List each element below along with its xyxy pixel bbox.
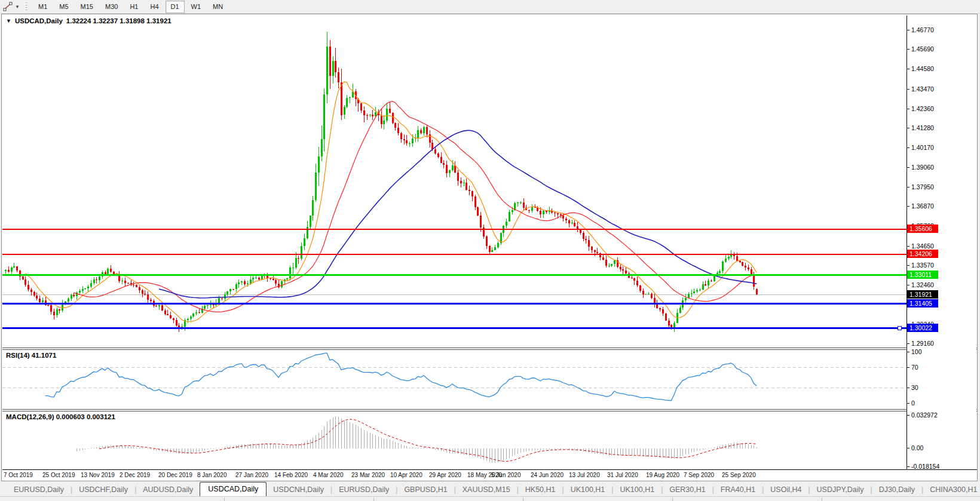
price-tick-label: 1.46770 (911, 27, 934, 33)
time-axis-label: 14 Feb 2020 (274, 472, 308, 478)
tab-usoil-h4[interactable]: USOil,H4 (764, 484, 808, 496)
timeframe-button-mn[interactable]: MN (207, 1, 228, 13)
rsi-indicator-pane[interactable]: RSI(14) 41.1071 (2, 350, 906, 409)
price-tick-label: 1.43470 (911, 86, 934, 92)
chart-window: ▼ USDCAD,Daily 1.32224 1.32237 1.31898 1… (1, 14, 978, 481)
chart-ohlc-quote: 1.32224 1.32237 1.31898 1.31921 (66, 17, 172, 24)
price-tickmark (907, 49, 909, 50)
status-bar (0, 496, 980, 501)
rsi-tickmark (907, 403, 909, 404)
tab-china300-h1[interactable]: CHINA300,H1 (923, 484, 980, 496)
line-studies-icon[interactable] (2, 1, 14, 12)
status-cell-divider (822, 497, 822, 501)
price-tickmark (907, 246, 909, 247)
macd-tickmark (907, 466, 909, 467)
price-tickmark (907, 343, 909, 344)
macd-indicator-pane[interactable]: MACD(12,26,9) 0.000603 0.003121 (2, 411, 906, 469)
price-tick-label: 1.44580 (911, 66, 934, 72)
rsi-tick-label: 100 (911, 349, 922, 355)
timeframe-button-m30[interactable]: M30 (100, 1, 123, 13)
tab-usdcad-daily[interactable]: USDCAD,Daily (200, 482, 267, 496)
time-axis-label: 19 Aug 2020 (646, 472, 679, 478)
chart-tab-bar: EURUSD,Daily|USDCHF,Daily|AUDUSD,DailyUS… (0, 481, 980, 496)
price-tickmark (907, 206, 909, 207)
chart-symbol-title: USDCAD,Daily (15, 17, 63, 24)
timeframe-button-m15[interactable]: M15 (75, 1, 99, 13)
tab-fra40-h1[interactable]: FRA40,H1 (714, 484, 762, 496)
tab-xauusd-m15[interactable]: XAUUSD,M15 (456, 484, 517, 496)
price-tick-label: 1.29160 (911, 340, 934, 346)
price-tickmark (907, 109, 909, 109)
macd-tick-label: -0.018154 (911, 463, 939, 469)
macd-tick-label: 0.00 (911, 445, 923, 451)
tab-usdchf-daily[interactable]: USDCHF,Daily (72, 484, 134, 496)
price-tick-label: 1.36870 (911, 203, 934, 209)
time-axis-label: 25 Oct 2019 (42, 472, 75, 478)
timeframe-button-m5[interactable]: M5 (54, 1, 74, 13)
macd-canvas[interactable] (2, 411, 906, 469)
status-cell-divider (224, 497, 225, 501)
tab-uk100-h1[interactable]: UK100,H1 (613, 484, 661, 496)
price-tickmark (907, 69, 909, 69)
tab-usdjpy-daily[interactable]: USDJPY,Daily (810, 484, 871, 496)
price-tickmark (907, 89, 909, 90)
rsi-tickmark (907, 352, 909, 352)
timeframe-button-group: M1M5M15M30H1H4D1W1MN (32, 1, 229, 13)
plot-bottom-border (2, 469, 977, 470)
rsi-canvas[interactable] (2, 350, 906, 409)
tab-ger30-h1[interactable]: GER30,H1 (663, 484, 712, 496)
timeframe-button-d1[interactable]: D1 (166, 1, 185, 13)
price-axis[interactable]: 1.467701.456901.445801.434701.423601.412… (906, 16, 976, 469)
chart-title-row: ▼ USDCAD,Daily 1.32224 1.32237 1.31898 1… (6, 17, 172, 24)
rsi-tickmark (907, 367, 909, 368)
tab-eurusd-daily[interactable]: EURUSD,Daily (7, 484, 71, 496)
macd-tick-label: 0.032972 (911, 412, 938, 418)
time-axis-label: 31 Jul 2020 (607, 472, 638, 478)
tab-usdcnh-daily[interactable]: USDCNH,Daily (267, 484, 330, 496)
price-level-badge: 1.31405 (907, 299, 938, 308)
price-tickmark (907, 147, 909, 148)
price-tickmark (907, 265, 909, 266)
tab-audusd-daily[interactable]: AUDUSD,Daily (136, 484, 200, 496)
price-tickmark (907, 128, 909, 128)
price-tick-label: 1.33570 (911, 262, 934, 268)
tab-eurusd-daily[interactable]: EURUSD,Daily (332, 484, 396, 496)
toolbar-grip-handle[interactable] (24, 2, 27, 11)
time-axis-label: 25 Sep 2020 (722, 472, 756, 478)
time-axis-label: 8 Jan 2020 (197, 472, 227, 478)
price-tick-label: 1.39060 (911, 164, 934, 170)
tab-dj30-daily[interactable]: DJ30,Daily (872, 484, 921, 496)
tab-hk50-h1[interactable]: HK50,H1 (519, 484, 562, 496)
price-chart-pane[interactable]: ▼ USDCAD,Daily 1.32224 1.32237 1.31898 1… (2, 16, 906, 348)
time-axis[interactable]: 7 Oct 201925 Oct 201913 Nov 20192 Dec 20… (2, 471, 977, 481)
time-axis-label: 13 Nov 2019 (81, 472, 115, 478)
price-tick-label: 1.42360 (911, 106, 934, 112)
tab-gbpusd-h1[interactable]: GBPUSD,H1 (397, 484, 454, 496)
price-level-badge: 1.30022 (907, 324, 938, 332)
toolbar: ▾ M1M5M15M30H1H4D1W1MN (0, 0, 980, 14)
price-level-badge: 1.35606 (907, 225, 938, 233)
time-axis-label: 24 Jun 2020 (531, 472, 564, 478)
price-tickmark (907, 285, 909, 285)
price-tick-label: 1.34650 (911, 243, 934, 249)
candlestick-canvas[interactable] (2, 16, 906, 348)
price-tickmark (907, 167, 909, 168)
rsi-tick-label: 70 (911, 364, 918, 370)
macd-tickmark (907, 415, 909, 416)
current-price-badge: 1.31921 (907, 290, 938, 299)
macd-tickmark (907, 448, 909, 448)
time-axis-label: 20 Dec 2019 (158, 472, 192, 478)
timeframe-button-w1[interactable]: W1 (186, 1, 207, 13)
tab-uk100-h1[interactable]: UK100,H1 (564, 484, 612, 496)
rsi-tick-label: 30 (911, 385, 918, 391)
price-tickmark (907, 30, 909, 30)
chevron-down-icon[interactable]: ▾ (14, 4, 21, 10)
collapse-triangle-icon[interactable]: ▼ (6, 18, 11, 24)
timeframe-button-h4[interactable]: H4 (145, 1, 164, 13)
timeframe-button-h1[interactable]: H1 (124, 1, 143, 13)
timeframe-button-m1[interactable]: M1 (33, 1, 53, 13)
price-tick-label: 1.37950 (911, 184, 934, 190)
time-axis-label: 2 Dec 2019 (120, 472, 150, 478)
rsi-tickmark (907, 388, 909, 388)
rsi-tick-label: 0 (911, 400, 915, 406)
